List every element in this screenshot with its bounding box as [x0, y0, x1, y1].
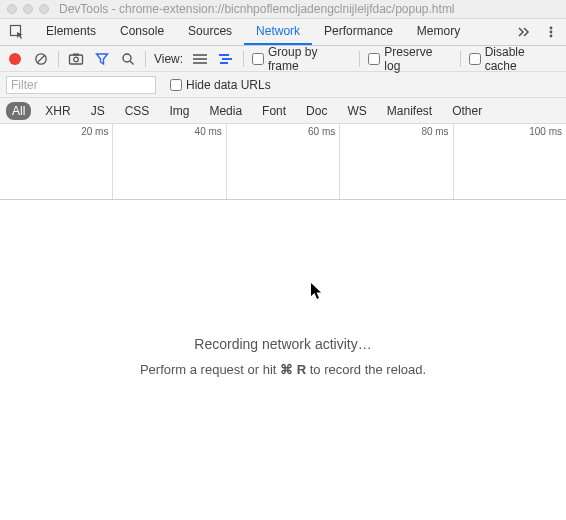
empty-hint: Perform a request or hit ⌘ R to record t…	[0, 362, 566, 377]
timeline-tick: 20 ms	[81, 126, 108, 137]
svg-rect-14	[219, 54, 229, 56]
svg-point-2	[550, 31, 553, 34]
toolbar-divider	[243, 51, 244, 67]
group-by-frame-label: Group by frame	[268, 45, 351, 73]
preserve-log-input[interactable]	[368, 53, 380, 65]
hide-data-urls-checkbox[interactable]: Hide data URLs	[170, 78, 271, 92]
overview-timeline[interactable]: 20 ms 40 ms 60 ms 80 ms 100 ms	[0, 124, 566, 200]
svg-point-3	[550, 35, 553, 38]
type-all[interactable]: All	[6, 102, 31, 120]
timeline-segment: 60 ms	[227, 124, 340, 199]
tab-performance[interactable]: Performance	[312, 19, 405, 45]
clear-button[interactable]	[32, 50, 50, 68]
hide-data-urls-label: Hide data URLs	[186, 78, 271, 92]
funnel-icon	[95, 52, 109, 66]
waterfall-toggle-button[interactable]	[217, 50, 235, 68]
tab-memory[interactable]: Memory	[405, 19, 472, 45]
svg-rect-16	[220, 62, 228, 64]
overflow-menu-button[interactable]	[542, 23, 560, 41]
list-icon	[192, 52, 208, 66]
type-xhr[interactable]: XHR	[39, 102, 76, 120]
toolbar-divider	[460, 51, 461, 67]
type-js[interactable]: JS	[85, 102, 111, 120]
svg-point-7	[74, 57, 79, 62]
hide-data-urls-input[interactable]	[170, 79, 182, 91]
waterfall-icon	[218, 52, 234, 66]
svg-line-5	[37, 55, 44, 62]
timeline-segment: 80 ms	[340, 124, 453, 199]
chevrons-right-icon	[516, 25, 530, 39]
disable-cache-label: Disable cache	[485, 45, 560, 73]
svg-rect-6	[69, 55, 82, 64]
tab-console[interactable]: Console	[108, 19, 176, 45]
tab-elements[interactable]: Elements	[34, 19, 108, 45]
empty-hint-pre: Perform a request or hit	[140, 362, 280, 377]
type-doc[interactable]: Doc	[300, 102, 333, 120]
screenshot-button[interactable]	[67, 50, 85, 68]
shortcut-key: R	[297, 362, 306, 377]
more-tabs-button[interactable]	[514, 23, 532, 41]
svg-line-10	[130, 61, 134, 65]
empty-title: Recording network activity…	[0, 336, 566, 352]
view-label: View:	[154, 52, 183, 66]
record-icon	[9, 53, 21, 65]
timeline-tick: 100 ms	[529, 126, 562, 137]
timeline-tick: 80 ms	[421, 126, 448, 137]
minimize-window-button[interactable]	[23, 4, 33, 14]
devtools-tabbar: Elements Console Sources Network Perform…	[0, 19, 566, 46]
search-button[interactable]	[119, 50, 137, 68]
timeline-tick: 40 ms	[195, 126, 222, 137]
traffic-lights	[7, 4, 49, 14]
network-log-area: Recording network activity… Perform a re…	[0, 200, 566, 520]
preserve-log-checkbox[interactable]: Preserve log	[368, 45, 451, 73]
type-css[interactable]: CSS	[119, 102, 156, 120]
mouse-cursor-icon	[310, 282, 324, 300]
tab-network[interactable]: Network	[244, 19, 312, 45]
inspect-icon	[9, 24, 25, 40]
disable-cache-input[interactable]	[469, 53, 481, 65]
kebab-icon	[544, 25, 558, 39]
toolbar-divider	[145, 51, 146, 67]
resource-type-bar: All XHR JS CSS Img Media Font Doc WS Man…	[0, 98, 566, 124]
svg-point-1	[550, 27, 553, 30]
empty-state: Recording network activity… Perform a re…	[0, 336, 566, 377]
timeline-segment: 20 ms	[0, 124, 113, 199]
svg-rect-15	[222, 58, 232, 60]
inspect-element-button[interactable]	[0, 19, 34, 45]
record-button[interactable]	[6, 50, 24, 68]
timeline-tick: 60 ms	[308, 126, 335, 137]
preserve-log-label: Preserve log	[384, 45, 451, 73]
svg-point-9	[123, 54, 131, 62]
filter-input[interactable]	[6, 76, 156, 94]
empty-hint-post: to record the reload.	[306, 362, 426, 377]
type-font[interactable]: Font	[256, 102, 292, 120]
group-by-frame-input[interactable]	[252, 53, 264, 65]
type-manifest[interactable]: Manifest	[381, 102, 438, 120]
network-toolbar: View: Group by frame Preserve log Disabl…	[0, 46, 566, 72]
shortcut-cmd: ⌘	[280, 362, 293, 377]
group-by-frame-checkbox[interactable]: Group by frame	[252, 45, 351, 73]
toolbar-divider	[359, 51, 360, 67]
close-window-button[interactable]	[7, 4, 17, 14]
zoom-window-button[interactable]	[39, 4, 49, 14]
window-titlebar: DevTools - chrome-extension://bicnhpofle…	[0, 0, 566, 19]
type-media[interactable]: Media	[203, 102, 248, 120]
filter-button[interactable]	[93, 50, 111, 68]
timeline-segment: 100 ms	[454, 124, 566, 199]
timeline-segment: 40 ms	[113, 124, 226, 199]
clear-icon	[34, 52, 48, 66]
window-title: DevTools - chrome-extension://bicnhpofle…	[59, 2, 455, 16]
type-other[interactable]: Other	[446, 102, 488, 120]
toolbar-divider	[58, 51, 59, 67]
svg-rect-8	[73, 53, 79, 55]
type-ws[interactable]: WS	[341, 102, 372, 120]
tab-sources[interactable]: Sources	[176, 19, 244, 45]
large-rows-button[interactable]	[191, 50, 209, 68]
type-img[interactable]: Img	[163, 102, 195, 120]
camera-icon	[68, 52, 84, 66]
search-icon	[121, 52, 135, 66]
disable-cache-checkbox[interactable]: Disable cache	[469, 45, 560, 73]
filter-bar: Hide data URLs	[0, 72, 566, 98]
